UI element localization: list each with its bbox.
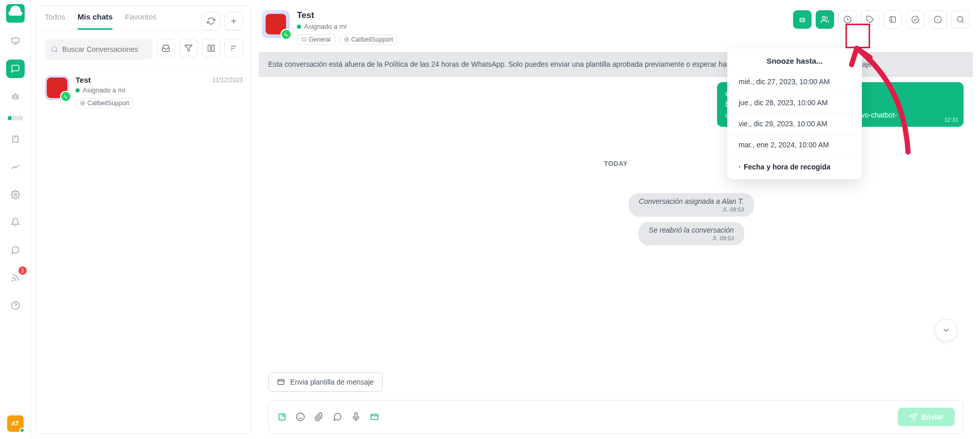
message-composer: Enviar bbox=[268, 400, 964, 434]
resolve-button[interactable] bbox=[906, 10, 925, 29]
user-avatar[interactable]: AT bbox=[7, 415, 24, 432]
svg-point-39 bbox=[957, 16, 963, 22]
search-input[interactable] bbox=[62, 45, 146, 53]
svg-point-25 bbox=[345, 37, 349, 42]
nav-rss[interactable]: 3 bbox=[6, 269, 25, 287]
svg-rect-43 bbox=[278, 379, 284, 384]
new-conversation-button[interactable] bbox=[224, 12, 243, 30]
conversation-tag: CallbellSupport bbox=[76, 98, 134, 108]
nav-help[interactable] bbox=[6, 296, 25, 315]
chat-title: Test bbox=[297, 10, 786, 21]
chat-assigned: Asignado a mí bbox=[304, 23, 347, 30]
scroll-down-button[interactable] bbox=[935, 319, 957, 341]
send-icon bbox=[909, 413, 917, 421]
attach-icon[interactable] bbox=[314, 412, 324, 422]
svg-point-22 bbox=[81, 101, 85, 105]
svg-marker-16 bbox=[185, 45, 192, 51]
nav-settings[interactable] bbox=[6, 185, 25, 204]
send-template-button[interactable]: Envia plantilla de mensaje bbox=[268, 372, 383, 392]
notes-button[interactable] bbox=[883, 10, 902, 29]
nav-notifications[interactable] bbox=[6, 213, 25, 232]
svg-point-9 bbox=[12, 280, 13, 281]
svg-line-15 bbox=[56, 51, 58, 52]
info-button[interactable] bbox=[929, 10, 947, 29]
tab-favoritos[interactable]: Favoritos bbox=[125, 12, 157, 30]
snooze-option[interactable]: mié., dic 27, 2023, 10:00 AM bbox=[727, 71, 862, 92]
nav-whatsapp[interactable] bbox=[6, 241, 25, 259]
conversation-assigned: Asignado a mí bbox=[83, 86, 125, 94]
nav-analytics[interactable] bbox=[6, 158, 25, 176]
conversation-avatar bbox=[45, 75, 69, 100]
conversation-date: 11/12/2023 bbox=[212, 77, 243, 84]
notes-icon[interactable] bbox=[277, 412, 287, 422]
conversation-tabs: Todos Mis chats Favoritos bbox=[36, 6, 251, 31]
svg-rect-18 bbox=[212, 45, 214, 51]
tab-mis-chats[interactable]: Mis chats bbox=[78, 12, 112, 30]
svg-point-41 bbox=[724, 207, 726, 209]
svg-point-35 bbox=[912, 16, 918, 23]
search-chat-button[interactable] bbox=[951, 10, 970, 29]
svg-rect-17 bbox=[208, 45, 211, 51]
chat-header-avatar bbox=[262, 10, 290, 38]
system-message-assigned: Conversación asignada a Alan T. 09:53 bbox=[629, 193, 754, 217]
snooze-option[interactable]: mar., ene 2, 2024, 10:00 AM bbox=[727, 135, 862, 156]
vertical-nav: ((o)) 3 AT bbox=[0, 0, 31, 439]
nav-contacts[interactable] bbox=[6, 130, 25, 148]
mic-icon[interactable] bbox=[351, 412, 361, 422]
whatsapp-badge-icon bbox=[280, 29, 292, 40]
template-compose-icon[interactable] bbox=[369, 412, 380, 422]
svg-point-28 bbox=[801, 20, 801, 20]
snooze-dropdown: Snooze hasta... mié., dic 27, 2023, 10:0… bbox=[727, 48, 862, 179]
send-button[interactable]: Enviar bbox=[898, 408, 955, 426]
svg-line-40 bbox=[962, 21, 964, 23]
tag-button[interactable] bbox=[861, 10, 879, 29]
svg-point-23 bbox=[82, 102, 83, 104]
emoji-icon[interactable] bbox=[295, 412, 306, 422]
snooze-custom[interactable]: Fecha y hora de recogida bbox=[727, 156, 862, 177]
nav-chat[interactable] bbox=[6, 60, 25, 78]
status-dot-icon bbox=[76, 88, 80, 92]
svg-point-4 bbox=[16, 97, 17, 98]
nav-status[interactable]: ((o)) bbox=[8, 115, 23, 121]
user-icon bbox=[712, 236, 718, 241]
inbox-filter-button[interactable] bbox=[157, 39, 175, 58]
search-icon bbox=[51, 45, 58, 53]
conversation-item[interactable]: Test 11/12/2023 Asignado a mí CallbellSu… bbox=[36, 68, 251, 116]
search-box[interactable] bbox=[45, 39, 153, 60]
svg-point-42 bbox=[714, 236, 716, 238]
sort-button[interactable] bbox=[224, 39, 243, 58]
assign-button[interactable] bbox=[816, 10, 834, 29]
layout-button[interactable] bbox=[202, 39, 220, 58]
svg-rect-0 bbox=[12, 38, 19, 43]
svg-rect-24 bbox=[302, 38, 306, 41]
snooze-button[interactable] bbox=[838, 10, 857, 29]
svg-rect-50 bbox=[371, 414, 378, 420]
user-status-dot bbox=[20, 428, 25, 433]
tab-todos[interactable]: Todos bbox=[45, 12, 65, 30]
nav-monitor[interactable] bbox=[6, 32, 25, 50]
template-icon bbox=[277, 378, 285, 386]
chat-tag-support[interactable]: CallbellSupport bbox=[340, 34, 398, 45]
svg-point-26 bbox=[346, 39, 347, 40]
filter-button[interactable] bbox=[179, 39, 198, 58]
status-dot-icon bbox=[297, 25, 301, 29]
snooze-option[interactable]: vie., dic 29, 2023, 10:00 AM bbox=[727, 113, 862, 135]
bot-action-button[interactable] bbox=[793, 10, 812, 29]
snooze-option[interactable]: jue., dic 28, 2023, 10:00 AM bbox=[727, 92, 862, 113]
svg-point-14 bbox=[52, 47, 56, 51]
chat-tag-general[interactable]: General bbox=[297, 34, 335, 45]
message-time: 12:31 bbox=[944, 116, 958, 124]
app-logo bbox=[6, 4, 25, 23]
conversation-list-panel: Todos Mis chats Favoritos bbox=[31, 0, 257, 439]
rss-badge: 3 bbox=[18, 266, 27, 275]
svg-point-30 bbox=[822, 16, 825, 19]
chat-panel: Test Asignado a mí General CallbellSuppo… bbox=[257, 0, 980, 439]
system-message-reopened: Se reabrió la conversación 09:53 bbox=[638, 222, 744, 245]
quick-reply-icon[interactable] bbox=[332, 412, 343, 422]
svg-point-29 bbox=[803, 20, 803, 20]
nav-bot[interactable] bbox=[6, 87, 25, 106]
svg-point-8 bbox=[14, 194, 16, 196]
svg-point-3 bbox=[14, 97, 15, 98]
refresh-button[interactable] bbox=[202, 12, 220, 30]
svg-rect-33 bbox=[890, 17, 896, 23]
